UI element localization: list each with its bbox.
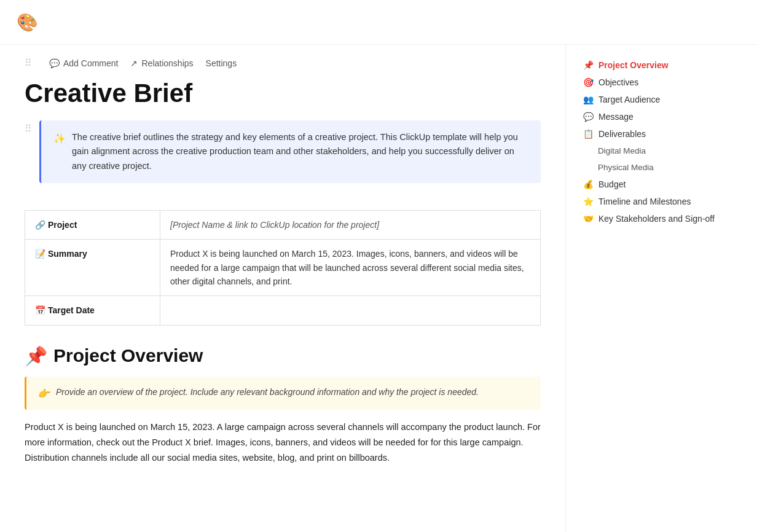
sidebar-label-1: Objectives: [598, 77, 638, 87]
sidebar-icon-3: 💬: [583, 112, 594, 122]
sidebar-label-9: Key Stakeholders and Sign-off: [598, 214, 715, 224]
info-table: 🔗 Project[Project Name & link to ClickUp…: [25, 210, 541, 326]
sidebar-item-message[interactable]: 💬Message: [578, 109, 737, 125]
table-row: 📅 Target Date: [25, 296, 541, 325]
sidebar-item-digital-media[interactable]: Digital Media: [578, 143, 737, 158]
relationships-icon: ↗: [130, 58, 138, 68]
callout-sparkle-icon: ✨: [53, 131, 66, 147]
callout-blue-text: The creative brief outlines the strategy…: [72, 130, 528, 173]
block-drag-handle: ⠿: [25, 123, 32, 135]
callout-pointer-icon: 👉: [37, 386, 50, 402]
sidebar-label-3: Message: [598, 112, 633, 122]
content-area: ⠿ 💬 Add Comment ↗ Relationships Settings…: [0, 45, 565, 532]
settings-label: Settings: [206, 58, 237, 68]
project-overview-body: Product X is being launched on March 15,…: [25, 420, 541, 465]
sidebar-label-0: Project Overview: [598, 60, 669, 70]
sidebar-item-key-stakeholders-and-sign-off[interactable]: 🤝Key Stakeholders and Sign-off: [578, 211, 737, 227]
table-label-1: 📝 Summary: [25, 240, 160, 296]
sidebar-icon-4: 📋: [583, 129, 594, 139]
table-value-2: [160, 296, 541, 325]
table-value-1: Product X is being launched on March 15,…: [160, 240, 541, 296]
top-bar: 🎨: [0, 0, 757, 45]
relationships-label: Relationships: [141, 58, 193, 68]
sidebar-icon-0: 📌: [583, 60, 594, 70]
project-overview-heading: 📌 Project Overview: [25, 345, 541, 367]
sidebar-label-4: Deliverables: [598, 129, 646, 139]
app-logo: 🎨: [12, 7, 42, 37]
page-title: Creative Brief: [25, 79, 541, 108]
sidebar-label-2: Target Audience: [598, 95, 660, 104]
table-label-2: 📅 Target Date: [25, 296, 160, 325]
sidebar-label-8: Timeline and Milestones: [598, 197, 691, 206]
toolbar: ⠿ 💬 Add Comment ↗ Relationships Settings: [25, 57, 541, 69]
sidebar-label-5: Digital Media: [598, 146, 646, 155]
comment-icon: 💬: [49, 58, 60, 68]
sidebar-label-6: Physical Media: [598, 163, 654, 172]
sidebar-label-7: Budget: [598, 179, 626, 189]
sidebar: 📌Project Overview🎯Objectives👥Target Audi…: [565, 45, 750, 532]
project-overview-icon: 📌: [25, 345, 47, 367]
project-overview-section: 📌 Project Overview 👉 Provide an overview…: [25, 345, 541, 466]
intro-callout: ✨ The creative brief outlines the strate…: [39, 120, 541, 183]
sidebar-item-target-audience[interactable]: 👥Target Audience: [578, 92, 737, 108]
table-row: 🔗 Project[Project Name & link to ClickUp…: [25, 210, 541, 239]
callout-yellow-text: Provide an overview of the project. Incl…: [56, 385, 479, 399]
settings-button[interactable]: Settings: [206, 58, 237, 68]
table-value-0: [Project Name & link to ClickUp location…: [160, 210, 541, 239]
project-overview-heading-text: Project Overview: [53, 345, 203, 366]
sidebar-icon-8: ⭐: [583, 197, 594, 206]
main-layout: ⠿ 💬 Add Comment ↗ Relationships Settings…: [0, 45, 757, 532]
add-comment-button[interactable]: 💬 Add Comment: [49, 58, 118, 68]
sidebar-item-deliverables[interactable]: 📋Deliverables: [578, 126, 737, 142]
table-row: 📝 SummaryProduct X is being launched on …: [25, 240, 541, 296]
sidebar-item-objectives[interactable]: 🎯Objectives: [578, 74, 737, 90]
sidebar-icon-1: 🎯: [583, 77, 594, 87]
table-label-0: 🔗 Project: [25, 210, 160, 239]
sidebar-item-project-overview[interactable]: 📌Project Overview: [578, 57, 737, 73]
sidebar-icon-9: 🤝: [583, 214, 594, 224]
sidebar-icon-2: 👥: [583, 95, 594, 104]
sidebar-icon-7: 💰: [583, 179, 594, 189]
add-comment-label: Add Comment: [63, 58, 118, 68]
project-overview-callout: 👉 Provide an overview of the project. In…: [25, 377, 541, 410]
sidebar-item-physical-media[interactable]: Physical Media: [578, 160, 737, 175]
sidebar-item-budget[interactable]: 💰Budget: [578, 176, 737, 192]
drag-handle: ⠿: [25, 57, 32, 69]
sidebar-item-timeline-and-milestones[interactable]: ⭐Timeline and Milestones: [578, 194, 737, 209]
relationships-button[interactable]: ↗ Relationships: [130, 58, 193, 68]
